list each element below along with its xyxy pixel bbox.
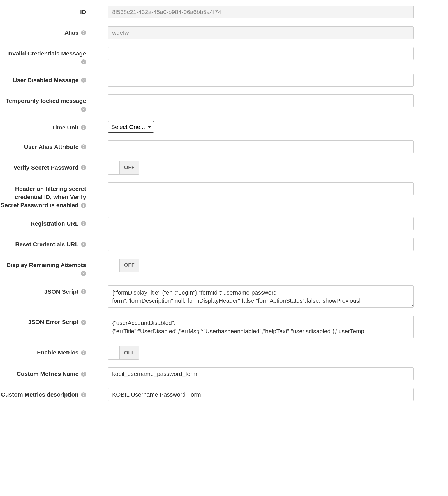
help-icon[interactable]: ? bbox=[81, 320, 86, 325]
help-icon[interactable]: ? bbox=[81, 203, 86, 208]
verify-secret-password-toggle[interactable]: OFF bbox=[108, 161, 139, 175]
help-icon[interactable]: ? bbox=[81, 372, 86, 377]
enable-metrics-toggle[interactable]: OFF bbox=[108, 346, 139, 360]
temporarily-locked-label: Temporarily locked message ? bbox=[0, 94, 88, 113]
toggle-handle bbox=[108, 161, 119, 174]
header-secret-credential-label: Header on filtering secret credential ID… bbox=[0, 182, 88, 209]
json-script-textarea[interactable] bbox=[108, 285, 414, 308]
toggle-state-label: OFF bbox=[119, 346, 139, 359]
toggle-state-label: OFF bbox=[119, 259, 139, 272]
help-icon[interactable]: ? bbox=[81, 165, 86, 170]
verify-secret-password-label: Verify Secret Password ? bbox=[0, 161, 88, 171]
toggle-handle bbox=[108, 259, 119, 272]
custom-metrics-name-label: Custom Metrics Name ? bbox=[0, 367, 88, 378]
id-input bbox=[108, 6, 414, 18]
toggle-handle bbox=[108, 346, 119, 359]
invalid-credentials-label: Invalid Credentials Message ? bbox=[0, 47, 88, 66]
help-icon[interactable]: ? bbox=[81, 107, 86, 112]
temporarily-locked-input[interactable] bbox=[108, 94, 414, 107]
custom-metrics-name-input[interactable] bbox=[108, 367, 414, 380]
reset-credentials-url-input[interactable] bbox=[108, 238, 414, 251]
json-error-script-textarea[interactable] bbox=[108, 316, 414, 338]
invalid-credentials-input[interactable] bbox=[108, 47, 414, 60]
help-icon[interactable]: ? bbox=[81, 271, 86, 276]
user-disabled-input[interactable] bbox=[108, 74, 414, 87]
user-alias-attribute-label: User Alias Attribute ? bbox=[0, 140, 88, 151]
time-unit-select[interactable]: Select One... bbox=[108, 121, 154, 133]
header-secret-credential-input[interactable] bbox=[108, 182, 414, 195]
help-icon[interactable]: ? bbox=[81, 289, 86, 294]
help-icon[interactable]: ? bbox=[81, 30, 86, 35]
registration-url-input[interactable] bbox=[108, 217, 414, 230]
help-icon[interactable]: ? bbox=[81, 125, 86, 130]
custom-metrics-description-input[interactable] bbox=[108, 388, 414, 401]
reset-credentials-url-label: Reset Credentials URL ? bbox=[0, 238, 88, 248]
user-alias-attribute-input[interactable] bbox=[108, 140, 414, 153]
json-script-label: JSON Script ? bbox=[0, 285, 88, 296]
display-remaining-attempts-toggle[interactable]: OFF bbox=[108, 259, 139, 272]
time-unit-label: Time Unit ? bbox=[0, 121, 88, 131]
help-icon[interactable]: ? bbox=[81, 59, 86, 64]
id-label: ID bbox=[0, 6, 88, 16]
help-icon[interactable]: ? bbox=[81, 78, 86, 83]
alias-label: Alias ? bbox=[0, 26, 88, 37]
registration-url-label: Registration URL ? bbox=[0, 217, 88, 228]
help-icon[interactable]: ? bbox=[81, 242, 86, 247]
custom-metrics-description-label: Custom Metrics description ? bbox=[0, 388, 88, 398]
help-icon[interactable]: ? bbox=[81, 144, 86, 149]
alias-input bbox=[108, 26, 414, 39]
display-remaining-attempts-label: Display Remaining Attempts ? bbox=[0, 259, 88, 277]
help-icon[interactable]: ? bbox=[81, 350, 86, 355]
help-icon[interactable]: ? bbox=[81, 221, 86, 226]
user-disabled-label: User Disabled Message ? bbox=[0, 74, 88, 84]
enable-metrics-label: Enable Metrics ? bbox=[0, 346, 88, 356]
json-error-script-label: JSON Error Script ? bbox=[0, 316, 88, 326]
help-icon[interactable]: ? bbox=[81, 392, 86, 397]
toggle-state-label: OFF bbox=[119, 161, 139, 174]
